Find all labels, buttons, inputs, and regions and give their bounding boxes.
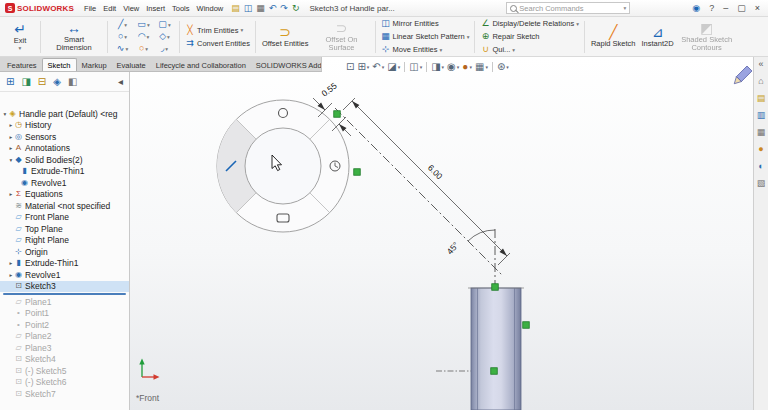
spline-tool-button[interactable]: ∿▾	[112, 43, 133, 55]
chevron-down-icon[interactable]: ▾	[398, 64, 401, 70]
circle-tool-button[interactable]: ○▾	[112, 31, 133, 43]
save-icon[interactable]: ◫	[244, 4, 253, 13]
dimension-angle-text[interactable]: 45°	[445, 240, 461, 256]
menu-insert[interactable]: Insert	[143, 2, 168, 15]
tab-evaluate[interactable]: Evaluate	[112, 59, 151, 71]
property-manager-icon[interactable]: ◨	[21, 77, 30, 87]
chevron-down-icon[interactable]: ▾	[506, 64, 509, 70]
open-icon[interactable]: ▤	[231, 4, 240, 13]
tree-item-point1[interactable]: •Point1	[0, 308, 129, 320]
rectangle-tool-button[interactable]: ▭▾	[133, 19, 154, 31]
repair-sketch-button[interactable]: ⊕Repair Sketch	[479, 31, 579, 43]
chevron-down-icon[interactable]: ▾	[512, 47, 515, 53]
tab-lifecycle-and-collaboration[interactable]: Lifecycle and Collaboration	[151, 59, 251, 71]
view-orientation-button[interactable]: ◫▾	[409, 62, 422, 72]
design-library-icon[interactable]: ▤	[757, 94, 766, 103]
confirmation-corner-icon[interactable]	[732, 66, 752, 86]
ellipse-tool-button[interactable]: ○▾	[133, 43, 154, 55]
tree-item-solid-bodies-2[interactable]: ▾◆Solid Bodies(2)	[0, 154, 129, 166]
print-icon[interactable]: ▦	[256, 4, 265, 13]
display-style-button[interactable]: ◨▾	[431, 62, 444, 72]
custom-properties-icon[interactable]: ▧	[757, 179, 766, 188]
collapse-right-icon[interactable]: «	[758, 60, 763, 69]
tab-markup[interactable]: Markup	[77, 59, 112, 71]
instant2d-button[interactable]: ⊿Instant2D	[640, 24, 676, 49]
appearances-icon[interactable]: ●	[758, 145, 763, 154]
search-input[interactable]	[519, 4, 623, 13]
smart-dimension-button[interactable]: ↔Smart Dimension	[45, 20, 103, 54]
chevron-down-icon[interactable]: ▾	[420, 64, 423, 70]
feature-tree-icon[interactable]: ⊞	[6, 77, 14, 87]
tree-item-plane1[interactable]: ▱Plane1	[0, 296, 129, 308]
search-box[interactable]: ▾	[506, 2, 630, 14]
menu-edit[interactable]: Edit	[100, 2, 119, 15]
tree-item-front-plane[interactable]: ▱Front Plane	[0, 212, 129, 224]
chevron-down-icon[interactable]: ▾	[440, 47, 443, 53]
tree-item-material-not-specified[interactable]: ≋Material <not specified	[0, 200, 129, 212]
tree-item-sketch5[interactable]: ⊡(-) Sketch5	[0, 365, 129, 377]
view-settings-button[interactable]: ⊛▾	[497, 62, 509, 72]
convert-entities-button[interactable]: ⇉Convert Entities	[184, 37, 251, 49]
tree-item-origin[interactable]: ⊹Origin	[0, 246, 129, 258]
trim-entities-button[interactable]: ╳Trim Entities▾	[184, 24, 251, 36]
file-explorer-icon[interactable]: ▥	[757, 111, 766, 120]
minimize-icon[interactable]: –	[723, 4, 728, 13]
rebuild-icon[interactable]: ↻	[292, 4, 300, 13]
tree-item-history[interactable]: ▸◷History	[0, 120, 129, 132]
display-delete-relations-button[interactable]: ∠Display/Delete Relations▾	[479, 18, 579, 30]
chevron-down-icon[interactable]: ▾	[576, 21, 579, 27]
appearance-button[interactable]: ●▾	[462, 62, 472, 72]
tree-item-plane2[interactable]: ▱Plane2	[0, 331, 129, 343]
tree-item-point2[interactable]: •Point2	[0, 319, 129, 331]
menu-view[interactable]: View	[120, 2, 142, 15]
arc-tool-button[interactable]: ◠▾	[133, 31, 154, 43]
chevron-down-icon[interactable]: ▾	[165, 46, 168, 52]
chevron-down-icon[interactable]: ▾	[240, 27, 243, 33]
chevron-down-icon[interactable]: ▾	[147, 22, 150, 28]
fillet-tool-button[interactable]: ◞▾	[154, 43, 175, 55]
help-icon[interactable]: ?	[709, 4, 714, 13]
tree-item-top-plane[interactable]: ▱Top Plane	[0, 223, 129, 235]
display-manager-icon[interactable]: ◧	[68, 77, 77, 87]
chevron-down-icon[interactable]: ▾	[469, 64, 472, 70]
chevron-down-icon[interactable]: ▾	[167, 34, 170, 40]
menu-tools[interactable]: Tools	[169, 2, 193, 15]
dimension-length[interactable]	[343, 98, 510, 265]
tree-item-extrude-thin1[interactable]: ▮Extrude-Thin1	[0, 166, 129, 178]
chevron-down-icon[interactable]: ▾	[457, 64, 460, 70]
chevron-down-icon[interactable]: ▾	[382, 64, 385, 70]
line-tool-button[interactable]: ╱▾	[112, 19, 133, 31]
chevron-down-icon[interactable]: ▾	[467, 34, 470, 40]
tree-item-extrude-thin1[interactable]: ▸▮Extrude-Thin1	[0, 258, 129, 270]
home-icon[interactable]: ⌂	[758, 77, 763, 86]
tree-item-handle-part-default-reg[interactable]: ▾◈Handle part (Default) <reg	[0, 108, 129, 120]
tree-item-right-plane[interactable]: ▱Right Plane	[0, 235, 129, 247]
chevron-down-icon[interactable]: ▾	[485, 64, 488, 70]
dimension-length-text[interactable]: 6.00	[426, 162, 445, 181]
chevron-down-icon[interactable]: ▾	[125, 46, 128, 52]
slot-tool-button[interactable]: ▢▾	[154, 19, 175, 31]
chevron-down-icon[interactable]: ▾	[145, 46, 148, 52]
chevron-left-icon[interactable]: ◂	[118, 77, 123, 87]
tree-item-revolve1[interactable]: ◉Revolve1	[0, 177, 129, 189]
offset-entities-button[interactable]: ⊃Offset Entities	[260, 24, 311, 49]
qui-button[interactable]: ∪Qui...▾	[479, 44, 579, 56]
tree-item-sketch6[interactable]: ⊡(-) Sketch6	[0, 377, 129, 389]
user-icon[interactable]: ◉	[692, 4, 700, 13]
dimxpert-icon[interactable]: ◈	[53, 77, 61, 87]
sketch-canvas[interactable]: 6.00 0.55 45°	[130, 57, 753, 410]
undo-icon[interactable]: ↶	[269, 4, 277, 13]
zoom-area-button[interactable]: ⊞▾	[357, 62, 369, 72]
tree-item-sensors[interactable]: ▸◎Sensors	[0, 131, 129, 143]
redo-icon[interactable]: ↷	[280, 4, 288, 13]
mirror-entities-button[interactable]: ◫Mirror Entities	[380, 18, 471, 30]
chevron-down-icon[interactable]: ▾	[168, 22, 171, 28]
chevron-down-icon[interactable]: ▾	[624, 5, 627, 11]
linear-sketch-pattern-button[interactable]: ▦Linear Sketch Pattern▾	[380, 31, 471, 43]
tree-item-sketch3[interactable]: ⊡Sketch3	[0, 281, 129, 293]
dimension-width-text[interactable]: 0.55	[320, 80, 339, 98]
view-palette-icon[interactable]: ▦	[757, 128, 766, 137]
scenes-icon[interactable]: ◐	[758, 162, 763, 171]
tree-item-plane3[interactable]: ▱Plane3	[0, 342, 129, 354]
tree-item-sketch4[interactable]: ⊡Sketch4	[0, 354, 129, 366]
